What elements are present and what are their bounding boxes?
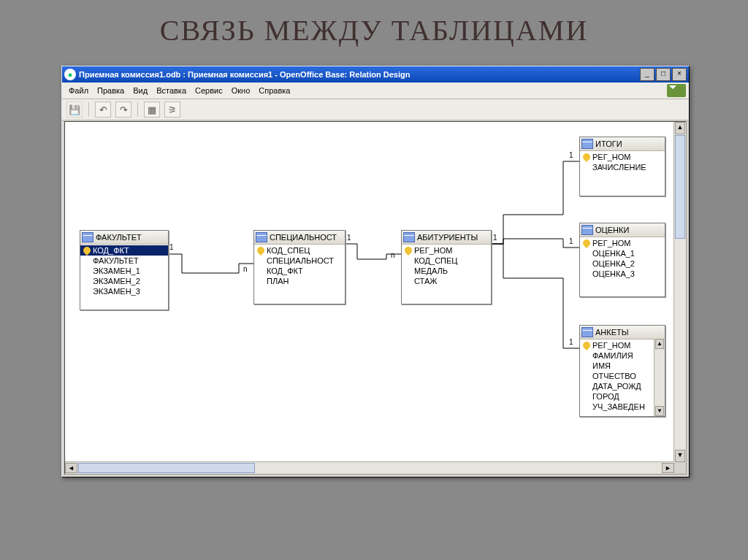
field[interactable]: ОЦЕНКА_2 <box>580 258 665 269</box>
toolbar: 💾 ↶ ↷ ▦ ⚞ <box>62 99 689 120</box>
scroll-right-icon[interactable]: ► <box>662 463 674 473</box>
field[interactable]: ОЦЕНКА_3 <box>580 269 665 279</box>
menubar: Файл Правка Вид Вставка Сервис Окно Спра… <box>62 83 689 99</box>
table-title: ОЦЕНКИ <box>595 226 629 234</box>
field[interactable]: ОТЧЕСТВО <box>580 371 654 381</box>
titlebar[interactable]: ● Приемная комиссия1.odb : Приемная коми… <box>62 66 689 83</box>
table-icon <box>256 232 267 242</box>
minimize-button[interactable]: _ <box>640 68 654 81</box>
field[interactable]: ОЦЕНКА_1 <box>580 248 665 258</box>
table-header[interactable]: АБИТУРИЕНТЫ <box>402 231 491 245</box>
field[interactable]: ГОРОД <box>580 391 654 402</box>
download-icon[interactable] <box>667 84 686 97</box>
field[interactable]: СПЕЦИАЛЬНОСТ <box>254 256 345 266</box>
field-key[interactable]: РЕГ_НОМ <box>580 152 665 162</box>
scroll-thumb[interactable] <box>78 463 255 473</box>
field-key[interactable]: РЕГ_НОМ <box>580 340 654 350</box>
table-title: ФАКУЛЬТЕТ <box>96 233 142 242</box>
undo-button[interactable]: ↶ <box>95 101 111 118</box>
scroll-down-icon[interactable]: ▼ <box>675 450 685 462</box>
field[interactable]: ДАТА_РОЖД <box>580 381 654 391</box>
vertical-scrollbar[interactable]: ▲ ▼ <box>673 122 686 462</box>
field[interactable]: ПЛАН <box>254 276 345 286</box>
table-grades[interactable]: ОЦЕНКИ РЕГ_НОМ ОЦЕНКА_1 ОЦЕНКА_2 ОЦЕНКА_… <box>579 223 665 297</box>
scroll-corner <box>674 462 686 474</box>
table-scrollbar[interactable]: ▲ ▼ <box>654 339 665 416</box>
table-speciality[interactable]: СПЕЦИАЛЬНОСТ КОД_СПЕЦ СПЕЦИАЛЬНОСТ КОД_Ф… <box>253 230 346 304</box>
menu-edit[interactable]: Правка <box>94 85 128 96</box>
field[interactable]: УЧ_ЗАВЕДЕН <box>580 402 654 412</box>
field[interactable]: МЕДАЛЬ <box>402 266 491 276</box>
table-icon <box>82 232 94 242</box>
table-icon <box>581 139 593 149</box>
table-title: АБИТУРИЕНТЫ <box>417 233 478 242</box>
scroll-left-icon[interactable]: ◄ <box>65 463 77 473</box>
relation-canvas[interactable]: 1 n 1 n 1 1 1 1 ФАКУЛЬТЕТ КОД_ФКТ ФАКУЛЬ… <box>65 122 674 462</box>
cardinality-label: 1 <box>569 338 573 346</box>
field[interactable]: ИМЯ <box>580 361 654 371</box>
field[interactable]: ЭКЗАМЕН_2 <box>80 276 168 286</box>
table-title: АНКЕТЫ <box>595 328 628 337</box>
scroll-up-icon[interactable]: ▲ <box>655 339 664 349</box>
cardinality-label: 1 <box>569 151 573 159</box>
table-applicants[interactable]: АБИТУРИЕНТЫ РЕГ_НОМ КОД_СПЕЦ МЕДАЛЬ СТАЖ <box>401 230 492 304</box>
table-icon <box>581 225 593 235</box>
menu-service[interactable]: Сервис <box>191 85 226 96</box>
scroll-thumb[interactable] <box>675 135 685 239</box>
add-relation-button[interactable]: ⚞ <box>164 101 180 118</box>
field[interactable]: КОД_СПЕЦ <box>402 256 491 266</box>
field-key[interactable]: КОД_СПЕЦ <box>254 245 345 256</box>
field-key[interactable]: РЕГ_НОМ <box>580 238 665 248</box>
field-key[interactable]: КОД_ФКТ <box>80 245 168 256</box>
menu-file[interactable]: Файл <box>65 85 92 96</box>
table-forms[interactable]: АНКЕТЫ РЕГ_НОМ ФАМИЛИЯ ИМЯ ОТЧЕСТВО ДАТА… <box>579 325 665 417</box>
cardinality-label: 1 <box>169 243 174 251</box>
cardinality-label: 1 <box>347 234 351 242</box>
app-icon: ● <box>64 69 76 80</box>
menu-view[interactable]: Вид <box>129 85 151 96</box>
app-window: ● Приемная комиссия1.odb : Приемная коми… <box>61 66 690 477</box>
scroll-down-icon[interactable]: ▼ <box>655 406 664 416</box>
menu-insert[interactable]: Вставка <box>153 85 190 96</box>
table-title: ИТОГИ <box>595 139 622 148</box>
table-header[interactable]: ОЦЕНКИ <box>580 223 665 237</box>
table-title: СПЕЦИАЛЬНОСТ <box>270 233 337 242</box>
slide-title: СВЯЗЬ МЕЖДУ ТАБЛИЦАМИ <box>0 13 748 47</box>
field[interactable]: СТАЖ <box>402 276 491 286</box>
save-button[interactable]: 💾 <box>66 101 83 118</box>
field[interactable]: ЭКЗАМЕН_1 <box>80 266 168 276</box>
table-header[interactable]: АНКЕТЫ <box>580 326 665 340</box>
table-faculty[interactable]: ФАКУЛЬТЕТ КОД_ФКТ ФАКУЛЬТЕТ ЭКЗАМЕН_1 ЭК… <box>80 230 169 310</box>
field[interactable]: ЭКЗАМЕН_3 <box>80 286 168 296</box>
window-title: Приемная комиссия1.odb : Приемная комисс… <box>79 70 640 79</box>
cardinality-label: 1 <box>569 237 573 245</box>
horizontal-scrollbar[interactable]: ◄ ► <box>65 461 674 474</box>
field-key[interactable]: РЕГ_НОМ <box>402 245 491 256</box>
cardinality-label: n <box>391 251 395 259</box>
canvas-container: 1 n 1 n 1 1 1 1 ФАКУЛЬТЕТ КОД_ФКТ ФАКУЛЬ… <box>64 121 687 475</box>
table-header[interactable]: СПЕЦИАЛЬНОСТ <box>254 231 345 245</box>
field[interactable]: ЗАЧИСЛЕНИЕ <box>580 162 665 172</box>
close-button[interactable]: × <box>672 68 687 81</box>
field[interactable]: КОД_ФКТ <box>254 266 345 276</box>
redo-button[interactable]: ↷ <box>115 101 131 118</box>
table-icon <box>403 232 415 242</box>
add-table-button[interactable]: ▦ <box>144 101 160 118</box>
field[interactable]: ФАКУЛЬТЕТ <box>80 256 168 266</box>
cardinality-label: n <box>243 265 248 273</box>
menu-window[interactable]: Окно <box>228 85 254 96</box>
table-icon <box>581 327 593 337</box>
table-header[interactable]: ФАКУЛЬТЕТ <box>80 231 168 245</box>
scroll-up-icon[interactable]: ▲ <box>675 122 685 134</box>
table-results[interactable]: ИТОГИ РЕГ_НОМ ЗАЧИСЛЕНИЕ <box>579 137 665 196</box>
cardinality-label: 1 <box>493 234 497 242</box>
field[interactable]: ФАМИЛИЯ <box>580 350 654 361</box>
menu-help[interactable]: Справка <box>255 85 294 96</box>
table-header[interactable]: ИТОГИ <box>580 137 665 151</box>
maximize-button[interactable]: □ <box>656 68 671 81</box>
